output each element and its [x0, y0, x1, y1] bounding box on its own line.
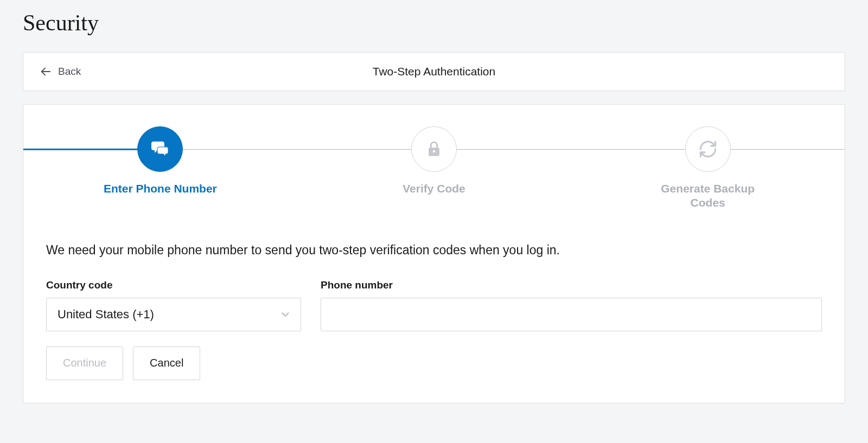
back-label: Back [58, 66, 81, 78]
chat-icon [149, 138, 171, 160]
country-code-select[interactable]: United States (+1) [46, 298, 301, 331]
back-button[interactable]: Back [40, 66, 81, 78]
content-card: Enter Phone Number Verify Code [23, 104, 845, 403]
lock-icon [425, 140, 443, 158]
step-circle-1 [137, 126, 183, 172]
buttons-row: Continue Cancel [46, 346, 822, 380]
step-label-2: Verify Code [403, 182, 465, 196]
svg-point-2 [433, 150, 436, 153]
phone-number-field: Phone number [321, 279, 822, 331]
country-code-value: United States (+1) [58, 307, 154, 322]
refresh-icon [698, 139, 718, 159]
form-row: Country code United States (+1) Phone nu… [46, 279, 822, 331]
continue-button[interactable]: Continue [46, 346, 123, 380]
step-enter-phone: Enter Phone Number [23, 126, 297, 210]
step-circle-2 [411, 126, 457, 172]
phone-number-input[interactable] [321, 298, 822, 331]
page-title: Security [23, 10, 845, 36]
description-text: We need your mobile phone number to send… [46, 243, 822, 258]
step-circle-3 [685, 126, 731, 172]
arrow-left-icon [40, 66, 52, 78]
step-backup-codes: Generate Backup Codes [571, 126, 845, 210]
step-label-3: Generate Backup Codes [648, 182, 768, 210]
phone-number-label: Phone number [321, 279, 822, 291]
step-verify-code: Verify Code [297, 126, 571, 210]
country-code-label: Country code [46, 279, 301, 291]
header-title: Two-Step Authentication [23, 65, 845, 78]
step-label-1: Enter Phone Number [104, 182, 217, 196]
cancel-button[interactable]: Cancel [133, 346, 200, 380]
header-bar: Back Two-Step Authentication [23, 52, 845, 91]
country-code-field: Country code United States (+1) [46, 279, 301, 331]
stepper: Enter Phone Number Verify Code [23, 105, 845, 210]
